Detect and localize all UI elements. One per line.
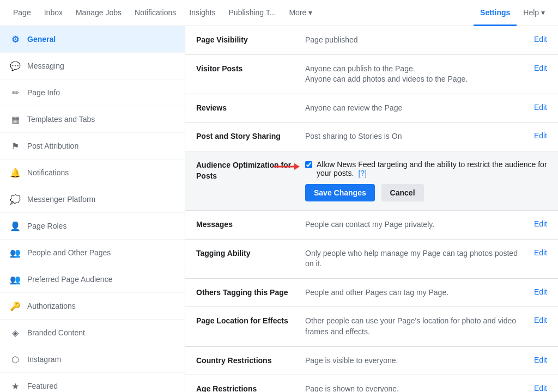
audience-help-link[interactable]: [?] [358,169,367,177]
sidebar-label-authorizations: Authorizations [27,302,76,310]
templates-icon: ▦ [9,113,22,126]
sidebar-label-branded-content: Branded Content [27,328,85,337]
sidebar-label-notifications: Notifications [27,168,69,177]
edit-row-3[interactable]: Edit [520,316,547,324]
setting-label-2: Others Tagging this Page [196,287,305,298]
setting-value-visitor-posts: Anyone can publish to the Page. Anyone c… [305,64,520,85]
audience-optimization-checkbox[interactable] [305,161,312,168]
setting-row-4: Country RestrictionsPage is visible to e… [185,347,558,376]
sidebar-item-people-other-pages[interactable]: 👥 People and Other Pages [0,240,185,266]
nav-inbox[interactable]: Inbox [38,1,69,26]
key-icon: 🔑 [9,299,22,313]
sidebar-label-people-other-pages: People and Other Pages [27,248,111,257]
audience-icon: 👥 [9,273,22,286]
flag-icon: ⚑ [9,139,22,152]
setting-row-reviews: Reviews Anyone can review the Page Edit [185,94,558,123]
setting-value-1: Only people who help manage my Page can … [305,248,520,270]
nav-help[interactable]: Help ▾ [517,1,551,26]
sidebar-item-templates-tabs[interactable]: ▦ Templates and Tabs [0,106,185,133]
edit-row-5[interactable]: Edit [520,384,547,392]
sidebar: ⚙ General 💬 Messaging ✏ Page Info ▦ Temp… [0,26,185,392]
edit-post-story-sharing[interactable]: Edit [520,131,547,140]
sidebar-label-post-attribution: Post Attribution [27,142,78,150]
setting-label-post-story-sharing: Post and Story Sharing [196,131,305,142]
sidebar-item-featured[interactable]: ★ Featured [0,373,185,392]
messaging-icon: 💬 [9,59,22,72]
setting-label-4: Country Restrictions [196,356,305,366]
setting-row-1: Tagging AbilityOnly people who help mana… [185,240,558,279]
sidebar-item-instagram[interactable]: ⬡ Instagram [0,346,185,373]
audience-checkbox-text: Allow News Feed targeting and the abilit… [317,160,547,177]
nav-page[interactable]: Page [7,1,38,26]
sidebar-item-page-roles[interactable]: 👤 Page Roles [0,213,185,240]
red-arrow-icon [272,161,300,172]
nav-publishing[interactable]: Publishing T... [222,1,283,26]
nav-manage-jobs[interactable]: Manage Jobs [69,1,128,26]
nav-settings[interactable]: Settings [474,1,517,26]
sidebar-item-notifications[interactable]: 🔔 Notifications [0,160,185,186]
edit-row-2[interactable]: Edit [520,287,547,296]
person-icon: 👤 [9,219,22,232]
sidebar-item-messaging[interactable]: 💬 Messaging [0,53,185,79]
sidebar-item-post-attribution[interactable]: ⚑ Post Attribution [0,133,185,160]
setting-value-3: Other people can use your Page's locatio… [305,316,520,337]
nav-notifications[interactable]: Notifications [128,1,183,26]
setting-row-3: Page Location for EffectsOther people ca… [185,307,558,346]
top-navigation: Page Inbox Manage Jobs Notifications Ins… [0,0,558,26]
sidebar-label-messaging: Messaging [27,62,64,70]
sidebar-item-branded-content[interactable]: ◈ Branded Content [0,320,185,346]
settings-content: Page Visibility Page published Edit Visi… [185,26,558,392]
sidebar-label-page-info: Page Info [27,88,60,97]
setting-value-4: Page is visible to everyone. [305,356,520,366]
setting-row-2: Others Tagging this PagePeople and other… [185,279,558,308]
branded-icon: ◈ [9,326,22,339]
sidebar-label-instagram: Instagram [27,355,61,364]
sidebar-item-messenger-platform[interactable]: 💭 Messenger Platform [0,186,185,213]
sidebar-item-page-info[interactable]: ✏ Page Info [0,79,185,106]
sidebar-item-preferred-page-audience[interactable]: 👥 Preferred Page Audience [0,266,185,293]
sidebar-label-general: General [27,35,56,44]
edit-page-visibility[interactable]: Edit [520,35,547,44]
setting-value-0: People can contact my Page privately. [305,219,520,230]
messenger-icon: 💭 [9,193,22,206]
setting-label-1: Tagging Ability [196,248,305,259]
setting-label-visitor-posts: Visitor Posts [196,64,305,75]
sidebar-label-messenger-platform: Messenger Platform [27,195,95,204]
edit-row-4[interactable]: Edit [520,356,547,364]
main-layout: ⚙ General 💬 Messaging ✏ Page Info ▦ Temp… [0,26,558,392]
gear-icon: ⚙ [9,33,22,46]
bell-icon: 🔔 [9,166,22,179]
setting-row-audience-optimization: Audience Optimization for Posts Allow Ne… [185,151,558,211]
sidebar-item-general[interactable]: ⚙ General [0,26,185,53]
star-icon: ★ [9,379,22,392]
setting-row-page-visibility: Page Visibility Page published Edit [185,26,558,55]
audience-checkbox-row: Allow News Feed targeting and the abilit… [305,160,547,177]
people-icon: 👥 [9,246,22,259]
setting-label-3: Page Location for Effects [196,316,305,327]
audience-actions: Save Changes Cancel [305,184,547,201]
edit-row-1[interactable]: Edit [520,248,547,257]
nav-insights[interactable]: Insights [183,1,222,26]
edit-visitor-posts[interactable]: Edit [520,64,547,72]
setting-value-5: Page is shown to everyone. [305,384,520,392]
edit-row-0[interactable]: Edit [520,219,547,228]
setting-row-5: Age RestrictionsPage is shown to everyon… [185,375,558,392]
edit-icon: ✏ [9,86,22,99]
audience-optimization-content: Allow News Feed targeting and the abilit… [305,160,547,201]
sidebar-item-authorizations[interactable]: 🔑 Authorizations [0,293,185,320]
setting-label-page-visibility: Page Visibility [196,35,305,46]
edit-reviews[interactable]: Edit [520,103,547,112]
setting-value-2: People and other Pages can tag my Page. [305,287,520,298]
arrow-container: Allow News Feed targeting and the abilit… [305,160,547,184]
sidebar-label-featured: Featured [27,382,58,390]
setting-row-0: MessagesPeople can contact my Page priva… [185,211,558,240]
save-changes-button[interactable]: Save Changes [305,184,375,201]
cancel-button[interactable]: Cancel [381,184,424,201]
sidebar-label-templates-tabs: Templates and Tabs [27,115,95,124]
sidebar-label-preferred-page-audience: Preferred Page Audience [27,275,112,284]
nav-more[interactable]: More ▾ [282,1,319,26]
setting-value-page-visibility: Page published [305,35,520,46]
setting-value-reviews: Anyone can review the Page [305,103,520,114]
setting-row-visitor-posts: Visitor Posts Anyone can publish to the … [185,55,558,94]
setting-label-reviews: Reviews [196,103,305,114]
